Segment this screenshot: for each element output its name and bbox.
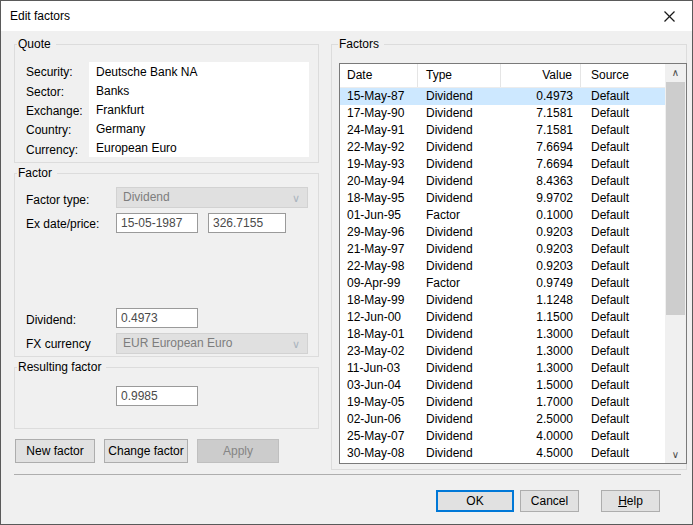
table-cell: Default bbox=[581, 122, 665, 139]
table-cell: Default bbox=[581, 360, 665, 377]
table-cell: Dividend bbox=[418, 173, 501, 190]
table-row[interactable]: 22-May-98Dividend0.9203Default bbox=[340, 258, 665, 275]
table-cell: Dividend bbox=[418, 139, 501, 156]
table-cell: Dividend bbox=[418, 88, 501, 105]
table-row[interactable]: 18-May-01Dividend1.3000Default bbox=[340, 326, 665, 343]
column-header-type[interactable]: Type bbox=[418, 64, 501, 87]
table-cell: 01-Jun-95 bbox=[340, 207, 418, 224]
table-cell: 19-May-05 bbox=[340, 394, 418, 411]
ex-date-input[interactable] bbox=[116, 213, 198, 233]
exchange-value: Frankfurt bbox=[96, 103, 144, 117]
chevron-down-icon: ∨ bbox=[292, 189, 300, 208]
table-cell: 1.1248 bbox=[501, 292, 581, 309]
table-row[interactable]: 01-Jun-95Factor0.1000Default bbox=[340, 207, 665, 224]
dialog-title: Edit factors bbox=[10, 9, 70, 23]
table-cell: Default bbox=[581, 105, 665, 122]
ex-date-price-label: Ex date/price: bbox=[26, 217, 99, 231]
table-cell: Default bbox=[581, 275, 665, 292]
table-row[interactable]: 12-Jun-00Dividend1.1500Default bbox=[340, 309, 665, 326]
table-cell: 22-May-98 bbox=[340, 258, 418, 275]
ok-button[interactable]: OK bbox=[436, 490, 514, 512]
scroll-down-icon[interactable]: ∨ bbox=[665, 446, 686, 463]
resulting-factor-input[interactable] bbox=[116, 386, 198, 406]
table-cell: Dividend bbox=[418, 411, 501, 428]
ex-price-input[interactable] bbox=[208, 213, 286, 233]
factor-type-label: Factor type: bbox=[26, 193, 89, 207]
edit-factors-dialog: Edit factors Quote Security: Sector: Exc… bbox=[0, 0, 693, 525]
table-cell: Dividend bbox=[418, 122, 501, 139]
table-cell: 7.1581 bbox=[501, 105, 581, 122]
table-cell: Default bbox=[581, 394, 665, 411]
table-cell: 7.6694 bbox=[501, 156, 581, 173]
table-cell: Default bbox=[581, 445, 665, 462]
table-cell: Dividend bbox=[418, 445, 501, 462]
table-cell: 29-May-96 bbox=[340, 224, 418, 241]
table-cell: 09-Apr-99 bbox=[340, 275, 418, 292]
column-header-value[interactable]: Value bbox=[501, 64, 581, 87]
table-cell: Dividend bbox=[418, 309, 501, 326]
table-cell: Dividend bbox=[418, 241, 501, 258]
table-cell: Dividend bbox=[418, 326, 501, 343]
table-cell: Default bbox=[581, 190, 665, 207]
table-row[interactable]: 17-May-90Dividend7.1581Default bbox=[340, 105, 665, 122]
scroll-up-icon[interactable]: ∧ bbox=[665, 64, 686, 81]
table-row[interactable]: 11-Jun-03Dividend1.3000Default bbox=[340, 360, 665, 377]
table-row[interactable]: 03-Jun-04Dividend1.5000Default bbox=[340, 377, 665, 394]
factors-scrollbar[interactable]: ∧ ∨ bbox=[665, 64, 686, 463]
table-cell: 1.5000 bbox=[501, 377, 581, 394]
title-bar: Edit factors bbox=[1, 1, 692, 31]
table-cell: 0.9203 bbox=[501, 258, 581, 275]
table-row[interactable]: 18-May-95Dividend9.9702Default bbox=[340, 190, 665, 207]
footer-separator bbox=[14, 474, 681, 475]
new-factor-button[interactable]: New factor bbox=[15, 439, 95, 463]
table-cell: Dividend bbox=[418, 394, 501, 411]
table-row[interactable]: 18-May-99Dividend1.1248Default bbox=[340, 292, 665, 309]
table-row[interactable]: 23-May-02Dividend1.3000Default bbox=[340, 343, 665, 360]
chevron-down-icon: ∨ bbox=[292, 335, 300, 354]
table-row[interactable]: 15-May-87Dividend0.4973Default bbox=[340, 88, 665, 105]
apply-button[interactable]: Apply bbox=[197, 439, 279, 463]
table-cell: Default bbox=[581, 173, 665, 190]
quote-values-panel: Deutsche Bank NA Banks Frankfurt Germany… bbox=[89, 62, 309, 157]
table-cell: 4.5000 bbox=[501, 445, 581, 462]
cancel-button[interactable]: Cancel bbox=[520, 490, 579, 512]
column-header-source[interactable]: Source bbox=[581, 64, 665, 87]
dividend-input[interactable] bbox=[116, 308, 198, 328]
table-cell: Default bbox=[581, 411, 665, 428]
close-button[interactable] bbox=[647, 1, 692, 31]
table-cell: 15-May-87 bbox=[340, 88, 418, 105]
table-cell: 20-May-94 bbox=[340, 173, 418, 190]
table-cell: 1.1500 bbox=[501, 309, 581, 326]
table-cell: Default bbox=[581, 241, 665, 258]
table-row[interactable]: 25-May-07Dividend4.0000Default bbox=[340, 428, 665, 445]
table-cell: 23-May-02 bbox=[340, 343, 418, 360]
table-row[interactable]: 30-May-08Dividend4.5000Default bbox=[340, 445, 665, 462]
factors-list: 15-May-87Dividend0.4973Default17-May-90D… bbox=[340, 88, 665, 462]
table-cell: Default bbox=[581, 377, 665, 394]
table-row[interactable]: 24-May-91Dividend7.1581Default bbox=[340, 122, 665, 139]
fx-currency-select[interactable]: EUR European Euro ∨ bbox=[116, 333, 308, 354]
table-cell: 0.1000 bbox=[501, 207, 581, 224]
table-row[interactable]: 22-May-92Dividend7.6694Default bbox=[340, 139, 665, 156]
dividend-label: Dividend: bbox=[26, 313, 76, 327]
change-factor-button[interactable]: Change factor bbox=[104, 439, 188, 463]
table-cell: Default bbox=[581, 156, 665, 173]
fx-currency-value: EUR European Euro bbox=[123, 336, 232, 350]
table-cell: Dividend bbox=[418, 224, 501, 241]
help-button[interactable]: Help bbox=[601, 490, 660, 512]
table-row[interactable]: 09-Apr-99Factor0.9749Default bbox=[340, 275, 665, 292]
table-cell: 8.4363 bbox=[501, 173, 581, 190]
table-cell: 9.9702 bbox=[501, 190, 581, 207]
table-row[interactable]: 02-Jun-06Dividend2.5000Default bbox=[340, 411, 665, 428]
table-row[interactable]: 19-May-93Dividend7.6694Default bbox=[340, 156, 665, 173]
table-row[interactable]: 20-May-94Dividend8.4363Default bbox=[340, 173, 665, 190]
country-label: Country: bbox=[26, 123, 71, 137]
table-row[interactable]: 19-May-05Dividend1.7000Default bbox=[340, 394, 665, 411]
table-cell: 22-May-92 bbox=[340, 139, 418, 156]
scrollbar-thumb[interactable] bbox=[666, 82, 685, 315]
column-header-date[interactable]: Date bbox=[340, 64, 418, 87]
table-row[interactable]: 29-May-96Dividend0.9203Default bbox=[340, 224, 665, 241]
factor-type-select[interactable]: Dividend ∨ bbox=[116, 187, 308, 208]
table-row[interactable]: 21-May-97Dividend0.9203Default bbox=[340, 241, 665, 258]
table-cell: Default bbox=[581, 292, 665, 309]
